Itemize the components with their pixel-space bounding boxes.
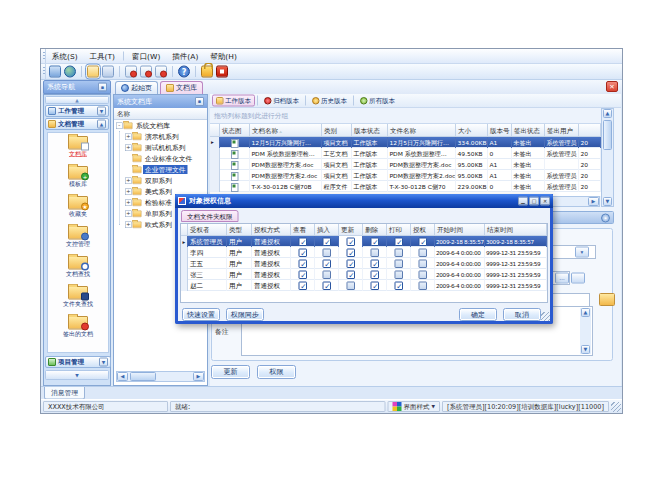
system-icon[interactable]: [49, 66, 61, 78]
sidebar-item-1[interactable]: +模板库: [48, 166, 108, 193]
detail-lookup-button[interactable]: ▾: [575, 247, 589, 258]
dialog-row[interactable]: ▸系统管理员用户普通授权2009-2-18 8:35:573009-2-18 8…: [181, 236, 547, 247]
card-icon[interactable]: [102, 66, 114, 78]
menu-item-4[interactable]: 帮助(H): [204, 49, 242, 63]
chevron-icon[interactable]: ▲: [97, 120, 106, 129]
checkbox-cell[interactable]: [363, 280, 387, 291]
tree-column-header[interactable]: 名称: [114, 108, 207, 120]
tree-expand-icon[interactable]: +: [125, 144, 132, 151]
lock-icon[interactable]: [201, 66, 213, 78]
checkbox-cell[interactable]: [291, 269, 315, 280]
checkbox-cell[interactable]: [363, 258, 387, 269]
sidebar-item-3[interactable]: 文控管理: [48, 226, 108, 253]
scroll-right-icon[interactable]: ▶: [588, 197, 599, 206]
checkbox-cell[interactable]: [339, 258, 363, 269]
checkbox[interactable]: [394, 237, 403, 246]
dialog-row[interactable]: 王五用户普通授权2009-6-4 0:00:009999-12-31 23:59…: [181, 258, 547, 269]
sidebar-group-1[interactable]: 文档管理▲: [45, 118, 109, 130]
message-delete-icon[interactable]: [155, 66, 167, 78]
dialog-column-11[interactable]: 结束时间: [485, 224, 547, 236]
version-button-1[interactable]: 归档版本: [260, 95, 303, 107]
tree-item-0[interactable]: -系统文档库: [114, 120, 207, 131]
checkbox-cell[interactable]: [339, 269, 363, 280]
menu-item-0[interactable]: 系统(S): [46, 49, 84, 63]
dialog-column-9[interactable]: 授权: [411, 224, 435, 236]
dialog-column-8[interactable]: 打印: [387, 224, 411, 236]
grid-column-9[interactable]: 签出用户: [545, 124, 579, 137]
checkbox[interactable]: [322, 270, 331, 279]
tree-item-3[interactable]: 企业标准化文件: [114, 153, 207, 164]
pin-icon[interactable]: ▪: [195, 97, 204, 106]
table-row[interactable]: PDM 系统数据整理检…工艺文档工作版本PDM 系统数据整理…49.50KB0未…: [210, 148, 601, 159]
tree-expand-icon[interactable]: -: [116, 122, 123, 129]
group-by-bar[interactable]: 拖动列标题到此进行分组: [210, 108, 601, 124]
status-style[interactable]: 界面样式 ▼: [387, 401, 439, 412]
checkbox-cell[interactable]: [387, 247, 411, 258]
tree-item-6[interactable]: +美式系列: [114, 186, 207, 197]
grid-column-3[interactable]: 类别: [322, 124, 352, 137]
checkbox[interactable]: [370, 270, 379, 279]
grid-column-7[interactable]: 版本号: [488, 124, 512, 137]
checkbox[interactable]: [298, 248, 307, 257]
tree-item-4[interactable]: 企业管理文件: [114, 164, 207, 175]
version-button-3[interactable]: 所有版本: [356, 95, 399, 107]
tree-item-9[interactable]: +欧式系列: [114, 219, 207, 230]
checkbox-cell[interactable]: [387, 280, 411, 291]
checkbox-cell[interactable]: [387, 269, 411, 280]
checkbox-cell[interactable]: [315, 269, 339, 280]
checkbox[interactable]: [370, 237, 379, 246]
grid-column-1[interactable]: 状态图: [220, 124, 250, 137]
checkbox[interactable]: [346, 237, 355, 246]
permission-sync-button[interactable]: 权限同步: [226, 308, 264, 321]
message-receive-icon[interactable]: [140, 66, 152, 78]
dialog-column-2[interactable]: 类型: [227, 224, 252, 236]
checkbox-cell[interactable]: [411, 236, 435, 247]
checkbox-cell[interactable]: [315, 280, 339, 291]
folder-open-icon[interactable]: [599, 293, 615, 306]
checkbox[interactable]: [394, 248, 403, 257]
close-icon[interactable]: ✕: [606, 81, 618, 92]
checkbox[interactable]: [298, 281, 307, 290]
pin-icon[interactable]: ▪: [98, 83, 107, 92]
checkbox-cell[interactable]: [315, 247, 339, 258]
grid-column-2[interactable]: 文档名称 ▵: [250, 124, 322, 137]
maximize-icon[interactable]: □: [529, 197, 539, 206]
scroll-thumb[interactable]: [603, 120, 612, 150]
ok-button[interactable]: 确定: [459, 308, 497, 321]
sidebar-group-0[interactable]: 工作管理▼: [45, 105, 109, 117]
menu-item-1[interactable]: 工具(T): [84, 49, 121, 63]
checkbox-cell[interactable]: [339, 236, 363, 247]
message-icon[interactable]: [125, 66, 137, 78]
grid-column-6[interactable]: 大小: [456, 124, 488, 137]
checkbox-cell[interactable]: [411, 258, 435, 269]
chevron-icon[interactable]: ▼: [97, 107, 106, 116]
folder-open-icon[interactable]: [87, 66, 99, 78]
checkbox-cell[interactable]: [291, 280, 315, 291]
exit-icon[interactable]: [216, 66, 228, 78]
checkbox-cell[interactable]: [315, 236, 339, 247]
dialog-column-3[interactable]: 授权方式: [252, 224, 291, 236]
checkbox-cell[interactable]: [363, 269, 387, 280]
checkbox[interactable]: [418, 248, 427, 257]
checkbox[interactable]: [346, 270, 355, 279]
scroll-up-icon[interactable]: ▲: [603, 109, 612, 118]
update-button[interactable]: 更新: [211, 365, 250, 379]
sidebar-item-4[interactable]: 文档查找: [48, 256, 108, 283]
dialog-row[interactable]: 张三用户普通授权2009-6-4 0:00:009999-12-31 23:59…: [181, 269, 547, 280]
checkbox[interactable]: [370, 248, 379, 257]
checkbox-cell[interactable]: [291, 236, 315, 247]
version-button-0[interactable]: 工作版本: [212, 95, 255, 107]
checkbox-cell[interactable]: [291, 258, 315, 269]
dialog-column-10[interactable]: 开始时间: [435, 224, 485, 236]
checkbox[interactable]: [370, 259, 379, 268]
sidebar-item-2[interactable]: ★收藏夹: [48, 196, 108, 223]
menu-item-2[interactable]: 窗口(W): [126, 49, 166, 63]
tree-expand-icon[interactable]: +: [125, 199, 132, 206]
tree-item-7[interactable]: +检验标准: [114, 197, 207, 208]
table-row[interactable]: ▸12月5日万兴隆网行…项目文档工作版本12月5日万兴隆网行…334.00KBA…: [210, 137, 601, 148]
detail-help-icon[interactable]: •: [601, 214, 610, 223]
dialog-resize-grip[interactable]: [541, 312, 550, 321]
scroll-right-icon[interactable]: ▶: [193, 372, 204, 381]
checkbox-cell[interactable]: [339, 280, 363, 291]
dialog-column-7[interactable]: 删除: [363, 224, 387, 236]
